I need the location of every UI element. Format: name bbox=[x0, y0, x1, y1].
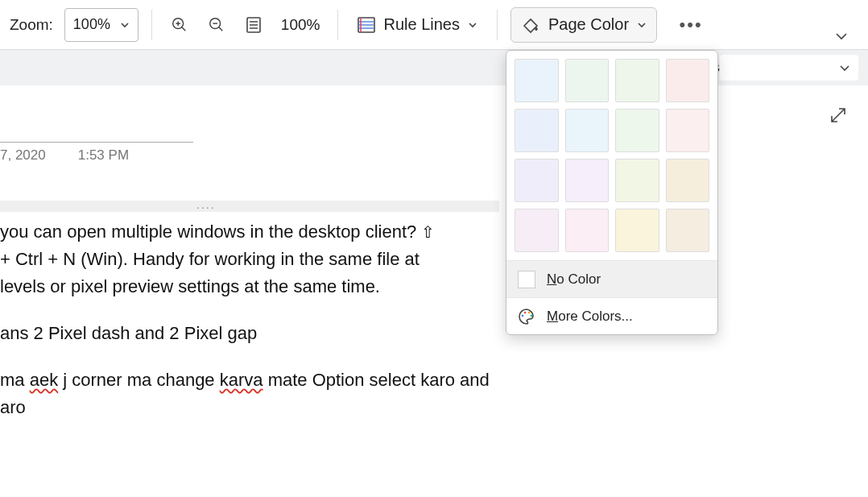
chevron-down-icon bbox=[839, 62, 850, 73]
rule-lines-label: Rule Lines bbox=[383, 15, 460, 34]
ellipsis-icon: ••• bbox=[679, 14, 702, 35]
color-swatch[interactable] bbox=[515, 59, 559, 102]
page-width-icon bbox=[246, 16, 262, 34]
paragraph: you can open multiple windows in the des… bbox=[0, 218, 564, 300]
ribbon-collapse-chevron[interactable] bbox=[834, 29, 849, 43]
color-swatch[interactable] bbox=[615, 59, 659, 102]
palette-icon bbox=[518, 308, 535, 325]
note-body[interactable]: you can open multiple windows in the des… bbox=[0, 218, 564, 422]
no-color-label: No Color bbox=[547, 271, 601, 288]
chevron-down-icon bbox=[120, 20, 130, 30]
rule-lines-icon bbox=[358, 17, 375, 33]
no-color-swatch-icon bbox=[518, 271, 535, 288]
more-colors-label: More Colors... bbox=[547, 309, 633, 325]
color-swatch[interactable] bbox=[565, 209, 610, 252]
color-swatch[interactable] bbox=[615, 109, 659, 152]
paragraph: ma aek j corner ma change karva mate Opt… bbox=[0, 367, 564, 421]
view-toolbar: Zoom: 100% 100% Rule Lines Pa bbox=[0, 0, 868, 50]
color-swatch[interactable] bbox=[515, 159, 559, 202]
chevron-down-icon bbox=[468, 20, 477, 30]
page-color-label: Page Color bbox=[548, 15, 629, 34]
toolbar-divider bbox=[497, 10, 498, 40]
zoom-pct-display: 100% bbox=[281, 16, 320, 34]
color-swatch[interactable] bbox=[666, 209, 710, 252]
zoom-out-icon bbox=[208, 16, 225, 34]
swatch-grid bbox=[506, 51, 717, 260]
no-color-option[interactable]: No Color bbox=[506, 260, 717, 297]
color-swatch[interactable] bbox=[515, 109, 559, 152]
chevron-down-icon bbox=[637, 20, 647, 30]
paragraph: ans 2 Pixel dash and 2 Pixel gap bbox=[0, 320, 564, 347]
color-swatch[interactable] bbox=[565, 109, 610, 152]
zoom-select[interactable]: 100% bbox=[64, 8, 138, 42]
zoom-out-button[interactable] bbox=[202, 10, 231, 39]
color-swatch[interactable] bbox=[666, 159, 710, 202]
zoom-in-icon bbox=[171, 16, 188, 34]
paint-bucket-icon bbox=[521, 16, 540, 34]
color-swatch[interactable] bbox=[565, 59, 610, 102]
rule-lines-button[interactable]: Rule Lines bbox=[351, 8, 484, 42]
zoom-value: 100% bbox=[73, 16, 110, 33]
sub-strip: ts bbox=[0, 50, 868, 85]
expand-icon[interactable] bbox=[829, 106, 847, 124]
page-meta: 7, 2020 1:53 PM bbox=[0, 142, 193, 164]
svg-point-7 bbox=[531, 314, 533, 317]
page-color-popup: No Color More Colors... bbox=[506, 50, 718, 335]
color-swatch[interactable] bbox=[515, 209, 559, 252]
zoom-in-button[interactable] bbox=[165, 10, 194, 39]
spellcheck-squiggle: aek bbox=[30, 370, 58, 390]
page-date: 7, 2020 bbox=[0, 147, 46, 164]
zoom-label: Zoom: bbox=[10, 16, 53, 34]
more-colors-option[interactable]: More Colors... bbox=[506, 297, 717, 334]
secondary-dropdown[interactable] bbox=[720, 55, 858, 81]
toolbar-divider bbox=[151, 10, 152, 40]
svg-point-5 bbox=[524, 311, 527, 313]
page-time: 1:53 PM bbox=[78, 147, 129, 164]
outline-grip[interactable] bbox=[0, 201, 499, 212]
page-width-button[interactable] bbox=[239, 10, 268, 39]
svg-point-6 bbox=[528, 311, 531, 313]
toolbar-divider bbox=[337, 10, 338, 40]
color-swatch[interactable] bbox=[615, 209, 659, 252]
up-arrow-glyph: ⇧ bbox=[421, 223, 435, 241]
svg-point-4 bbox=[522, 314, 524, 317]
color-swatch[interactable] bbox=[666, 109, 710, 152]
page-color-button[interactable]: Page Color bbox=[510, 7, 657, 43]
color-swatch[interactable] bbox=[565, 159, 610, 202]
page-canvas: 7, 2020 1:53 PM you can open multiple wi… bbox=[0, 85, 868, 422]
color-swatch[interactable] bbox=[615, 159, 659, 202]
more-commands-button[interactable]: ••• bbox=[676, 10, 705, 39]
spellcheck-squiggle: karva bbox=[220, 370, 263, 390]
color-swatch[interactable] bbox=[666, 59, 710, 102]
